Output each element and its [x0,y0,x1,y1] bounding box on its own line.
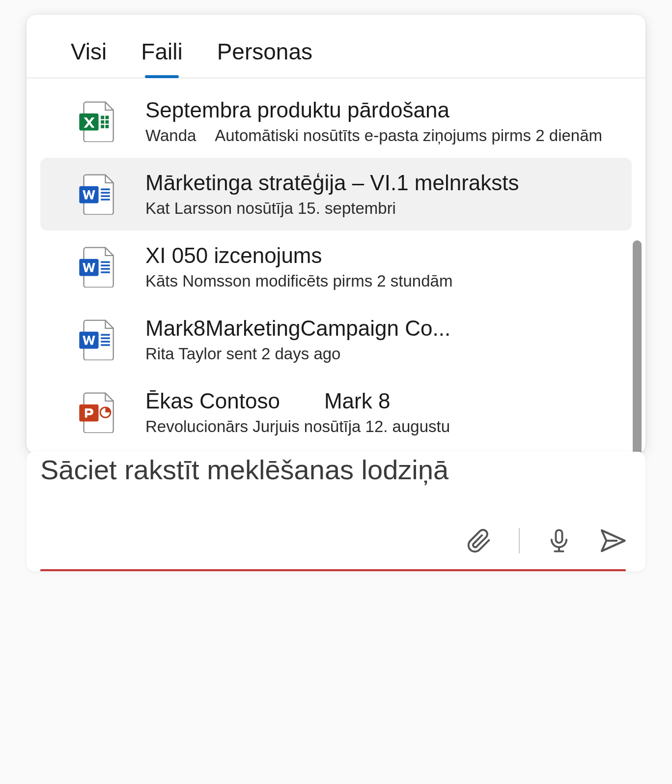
file-item[interactable]: Ēkas Contoso Mark 8 Revolucionārs Jurjui… [40,376,632,449]
svg-rect-6 [106,125,109,128]
file-meta-action: Automātiski nosūtīts e-pasta ziņojums pi… [215,126,602,145]
file-text: Mark8MarketingCampaign Co... Rita Taylor… [145,316,608,363]
scrollbar-thumb[interactable] [633,240,642,454]
file-meta-sender: Wanda [145,126,196,145]
compose-accent-line [40,569,626,571]
svg-rect-4 [106,120,109,124]
tabs-bar: Visi Faili Personas [27,15,645,78]
file-list: Septembra produktu pārdošana Wanda Autom… [27,78,645,454]
file-meta: Revolucionārs Jurjuis nosūtīja 12. augus… [145,417,608,436]
file-meta-sender: Kat Larsson nosūtīja 15. septembri [145,199,396,218]
suggestion-popup: Visi Faili Personas Se [27,15,645,454]
file-item[interactable]: XI 050 izcenojums Kāts Nomsson modificēt… [40,231,632,303]
svg-rect-21 [101,344,110,346]
mic-button[interactable] [545,527,573,554]
svg-rect-11 [101,199,110,200]
file-item[interactable]: Septembra produktu pārdošana Wanda Autom… [40,85,632,158]
file-meta-sender: Rita Taylor sent 2 days ago [145,345,340,363]
divider [519,528,520,553]
svg-rect-9 [101,192,110,193]
tab-all[interactable]: Visi [71,38,107,78]
word-icon [76,172,117,216]
file-title: Mārketinga stratēģija – VI.1 melnraksts [145,171,608,195]
file-meta-sender: Revolucionārs Jurjuis nosūtīja 12. augus… [145,417,450,436]
send-button[interactable] [598,527,626,554]
svg-rect-16 [101,271,110,273]
file-meta: Kat Larsson nosūtīja 15. septembri [145,199,608,218]
svg-rect-2 [106,116,109,119]
attach-button[interactable] [466,527,493,554]
svg-rect-8 [101,188,110,190]
svg-rect-17 [79,332,98,349]
send-icon [598,527,626,554]
file-meta: Wanda Automātiski nosūtīts e-pasta ziņoj… [145,126,608,145]
svg-rect-3 [101,120,104,124]
excel-icon [76,99,117,144]
compose-actions [40,527,626,571]
svg-rect-20 [101,341,110,342]
file-title: Mark8MarketingCampaign Co... [145,316,608,341]
svg-rect-19 [101,337,110,339]
file-text: Ēkas Contoso Mark 8 Revolucionārs Jurjui… [145,389,608,436]
compose-box[interactable]: Sāciet rakstīt meklēšanas lodziņā [27,452,645,571]
tab-people[interactable]: Personas [217,38,312,78]
svg-rect-7 [79,186,98,203]
svg-rect-24 [556,530,562,543]
file-text: XI 050 izcenojums Kāts Nomsson modificēt… [145,243,608,290]
svg-rect-18 [101,334,110,335]
word-icon [76,318,117,362]
file-text: Mārketinga stratēģija – VI.1 melnraksts … [145,171,608,218]
svg-rect-13 [101,261,110,262]
file-title-extra: Mark 8 [324,389,390,413]
file-title: Septembra produktu pārdošana [145,98,608,122]
file-title: Ēkas Contoso [145,389,280,413]
file-meta-sender: Kāts Nomsson modificēts pirms 2 stundām [145,272,452,290]
file-text: Septembra produktu pārdošana Wanda Autom… [145,98,608,145]
file-meta: Rita Taylor sent 2 days ago [145,345,608,363]
svg-rect-15 [101,268,110,269]
file-item[interactable]: Mārketinga stratēģija – VI.1 melnraksts … [40,158,632,231]
powerpoint-icon [76,390,117,435]
paperclip-icon [467,528,492,553]
svg-rect-14 [101,264,110,266]
tab-files[interactable]: Faili [141,38,182,78]
file-meta: Kāts Nomsson modificēts pirms 2 stundām [145,272,608,290]
svg-rect-12 [79,259,98,276]
word-icon [76,245,117,289]
microphone-icon [546,528,572,553]
svg-rect-5 [101,125,104,128]
svg-rect-10 [101,195,110,197]
svg-rect-1 [101,116,104,119]
file-item[interactable]: Mark8MarketingCampaign Co... Rita Taylor… [40,303,632,376]
compose-placeholder: Sāciet rakstīt meklēšanas lodziņā [40,452,626,527]
file-title: XI 050 izcenojums [145,243,608,268]
